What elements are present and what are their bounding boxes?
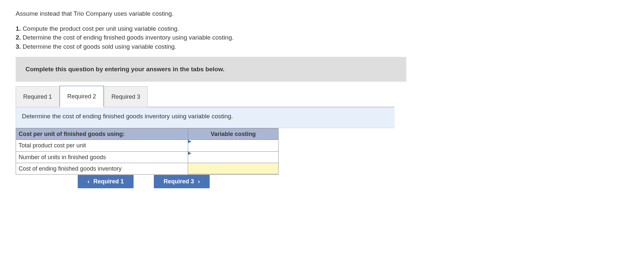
q2-num: 2. — [16, 34, 21, 41]
tabs-row: Required 1 Required 2 Required 3 — [16, 86, 394, 107]
prev-label: Required 1 — [93, 178, 124, 185]
instruction-box: Complete this question by entering your … — [16, 57, 406, 82]
question-1: 1. Compute the product cost per unit usi… — [16, 24, 628, 33]
tab-prompt: Determine the cost of ending finished go… — [22, 113, 233, 120]
q3-text: Determine the cost of goods sold using v… — [23, 43, 176, 50]
row-label-3: Cost of ending finished goods inventory — [16, 163, 188, 174]
header-right: Variable costing — [188, 128, 279, 140]
input-total-cost[interactable] — [188, 140, 279, 151]
next-label: Required 3 — [164, 178, 194, 185]
question-list: 1. Compute the product cost per unit usi… — [16, 24, 628, 51]
question-3: 3. Determine the cost of goods sold usin… — [16, 42, 628, 51]
tab-filler — [148, 107, 394, 107]
chevron-left-icon: ‹ — [88, 178, 89, 185]
q3-num: 3. — [16, 43, 21, 50]
row-label-1: Total product cost per unit — [16, 140, 188, 151]
calc-ending-inventory — [188, 163, 279, 174]
tab-required-3[interactable]: Required 3 — [104, 86, 148, 107]
input-indicator-icon — [188, 140, 191, 143]
tab-content: Determine the cost of ending finished go… — [16, 107, 394, 128]
table-row: Number of units in finished goods — [16, 151, 279, 163]
table-row: Cost of ending finished goods inventory — [16, 163, 279, 174]
next-button[interactable]: Required 3 › — [154, 175, 210, 188]
tab-required-2[interactable]: Required 2 — [59, 86, 104, 107]
row-label-2: Number of units in finished goods — [16, 151, 188, 163]
question-2: 2. Determine the cost of ending finished… — [16, 33, 628, 42]
worksheet-table: Cost per unit of finished goods using: V… — [16, 128, 279, 175]
header-left: Cost per unit of finished goods using: — [16, 128, 188, 140]
q2-text: Determine the cost of ending finished go… — [23, 34, 233, 41]
input-units[interactable] — [188, 151, 279, 163]
q1-num: 1. — [16, 25, 21, 32]
table-row: Total product cost per unit — [16, 140, 279, 151]
prev-button[interactable]: ‹ Required 1 — [78, 175, 134, 188]
intro-text: Assume instead that Trio Company uses va… — [16, 9, 628, 18]
q1-text: Compute the product cost per unit using … — [23, 25, 179, 32]
tab-required-1[interactable]: Required 1 — [16, 86, 59, 107]
input-indicator-icon — [188, 152, 191, 155]
chevron-right-icon: › — [198, 178, 200, 185]
